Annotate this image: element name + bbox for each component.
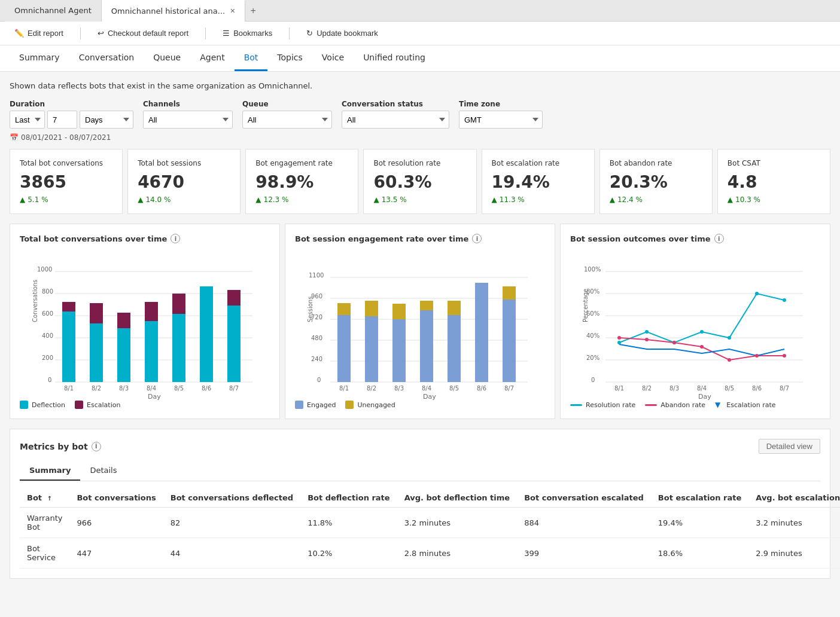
info-text: Shown data reflects bots that exist in t… — [10, 81, 830, 90]
engagement-legend: Engaged Unengaged — [295, 401, 545, 409]
tab-voice[interactable]: Voice — [312, 45, 354, 71]
svg-text:8/3: 8/3 — [119, 385, 129, 392]
bookmark-icon: ☰ — [223, 29, 230, 38]
kpi-engagement-rate: Bot engagement rate 98.9% ▲ 12.3 % — [245, 149, 358, 214]
svg-rect-51 — [392, 319, 406, 382]
chart-conversations: Total bot conversations over time i 0 20… — [10, 224, 280, 419]
svg-text:8/6: 8/6 — [477, 385, 486, 392]
status-select[interactable]: All — [342, 111, 449, 129]
table-row: Warranty Bot 966 82 11.8% 3.2 minutes 88… — [20, 508, 840, 538]
duration-value-input[interactable] — [47, 111, 77, 129]
svg-point-92 — [728, 358, 731, 362]
engaged-swatch — [295, 401, 303, 409]
svg-rect-56 — [448, 301, 461, 315]
refresh-icon: ↻ — [306, 29, 313, 38]
svg-text:8/4: 8/4 — [422, 385, 431, 392]
browser-tab-agent[interactable]: Omnichannel Agent — [5, 0, 102, 22]
up-arrow-icon-6: ▲ — [728, 196, 733, 204]
date-range: 📅 08/01/2021 - 08/07/2021 — [10, 133, 830, 142]
svg-rect-54 — [420, 301, 433, 310]
tab-unified-routing[interactable]: Unified routing — [354, 45, 435, 71]
sub-tab-summary[interactable]: Summary — [20, 461, 80, 481]
col-escalation-rate[interactable]: Bot escalation rate — [651, 488, 748, 508]
svg-point-81 — [617, 341, 621, 344]
table-header-row: Bot ↑ Bot conversations Bot conversation… — [20, 488, 840, 508]
cell-avg-escalation-1: 2.9 minutes — [748, 538, 840, 569]
unengaged-swatch — [345, 401, 354, 409]
duration-unit-select[interactable]: Days — [80, 111, 133, 129]
col-deflected[interactable]: Bot conversations deflected — [163, 488, 300, 508]
engagement-info-icon[interactable]: i — [472, 234, 482, 243]
chart-engagement-area: 0 240 480 720 960 1100 Sessions — [295, 251, 545, 396]
edit-report-button[interactable]: ✏️ Edit report — [10, 26, 68, 40]
channels-select[interactable]: All — [143, 111, 233, 129]
conversations-chart-svg: 0 200 400 600 800 1000 Conversations — [20, 251, 270, 394]
checkout-default-button[interactable]: ↩ Checkout default report — [93, 26, 193, 40]
svg-text:Sessions: Sessions — [307, 297, 314, 322]
add-tab-button[interactable]: + — [245, 3, 260, 19]
duration-type-select[interactable]: Last — [10, 111, 45, 129]
queue-select[interactable]: All — [242, 111, 332, 129]
engagement-chart-svg: 0 240 480 720 960 1100 Sessions — [295, 251, 545, 394]
col-escalated[interactable]: Bot conversation escalated — [517, 488, 651, 508]
tab-topics[interactable]: Topics — [267, 45, 312, 71]
update-bookmark-button[interactable]: ↻ Update bookmark — [302, 26, 383, 40]
up-arrow-icon-2: ▲ — [255, 196, 261, 204]
channels-filter: Channels All — [143, 100, 233, 129]
svg-rect-24 — [227, 306, 241, 382]
tab-summary[interactable]: Summary — [10, 45, 69, 71]
detail-view-button[interactable]: Detailed view — [759, 439, 820, 454]
svg-text:8/7: 8/7 — [229, 385, 239, 392]
tab-bot[interactable]: Bot — [235, 45, 268, 71]
browser-tab-historical[interactable]: Omnichannel historical ana... ✕ — [102, 0, 246, 22]
col-deflection-rate[interactable]: Bot deflection rate — [300, 488, 397, 508]
svg-rect-14 — [62, 302, 75, 311]
tab-queue[interactable]: Queue — [144, 45, 190, 71]
tab-conversation[interactable]: Conversation — [69, 45, 144, 71]
status-filter: Conversation status All — [342, 100, 449, 129]
escalation-swatch — [75, 401, 83, 409]
timezone-label: Time zone — [459, 100, 543, 108]
svg-text:400: 400 — [42, 332, 53, 339]
svg-text:8/5: 8/5 — [174, 385, 184, 392]
svg-text:20%: 20% — [586, 355, 599, 361]
svg-rect-58 — [503, 300, 516, 382]
col-conversations[interactable]: Bot conversations — [69, 488, 163, 508]
cell-deflected-0: 82 — [163, 508, 300, 538]
cell-escalation-rate-1: 18.6% — [651, 538, 748, 569]
outcomes-legend: Resolution rate Abandon rate ▼ Escalatio… — [570, 401, 820, 409]
col-bot[interactable]: Bot ↑ — [20, 488, 69, 508]
browser-tab-historical-label: Omnichannel historical ana... — [111, 7, 225, 16]
metrics-info-icon[interactable]: i — [92, 442, 101, 451]
close-icon[interactable]: ✕ — [230, 7, 235, 15]
svg-rect-57 — [475, 283, 488, 382]
svg-text:8/5: 8/5 — [449, 385, 459, 392]
conversations-info-icon[interactable]: i — [171, 234, 180, 243]
svg-rect-49 — [365, 316, 378, 382]
up-arrow-icon-3: ▲ — [373, 196, 379, 204]
svg-text:Day: Day — [148, 393, 161, 401]
legend-engaged: Engaged — [295, 401, 336, 409]
svg-text:Percentage: Percentage — [582, 289, 589, 322]
table-title: Metrics by bot i — [20, 442, 101, 451]
col-avg-escalation[interactable]: Avg. bot escalation time — [748, 488, 840, 508]
svg-point-91 — [700, 345, 704, 349]
cell-deflection-rate-1: 10.2% — [300, 538, 397, 569]
outcomes-info-icon[interactable]: i — [714, 234, 724, 243]
timezone-filter: Time zone GMT — [459, 100, 543, 129]
sub-tab-details[interactable]: Details — [80, 461, 126, 481]
col-avg-deflection[interactable]: Avg. bot deflection time — [397, 488, 518, 508]
svg-text:8/7: 8/7 — [780, 385, 789, 392]
tab-agent[interactable]: Agent — [190, 45, 234, 71]
svg-text:240: 240 — [311, 356, 322, 362]
table-row: Bot Service 447 44 10.2% 2.8 minutes 399… — [20, 538, 840, 569]
up-arrow-icon-1: ▲ — [138, 196, 143, 204]
svg-rect-53 — [420, 310, 433, 382]
up-arrow-icon-4: ▲ — [492, 196, 497, 204]
svg-text:8/3: 8/3 — [669, 385, 679, 392]
bookmarks-button[interactable]: ☰ Bookmarks — [218, 26, 277, 40]
kpi-total-sessions: Total bot sessions 4670 ▲ 14.0 % — [127, 149, 241, 214]
svg-point-86 — [755, 292, 759, 295]
svg-text:8/2: 8/2 — [367, 385, 376, 392]
timezone-select[interactable]: GMT — [459, 111, 543, 129]
